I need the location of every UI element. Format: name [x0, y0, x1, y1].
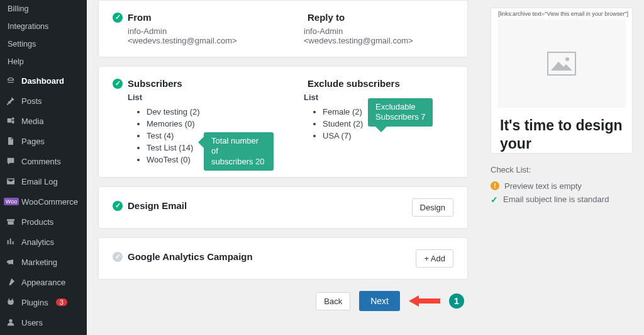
- check-icon: ✓: [113, 79, 123, 89]
- checklist-section: Check List: !Preview text is empty ✓Emai…: [491, 165, 633, 207]
- wizard-nav: Back Next 1: [98, 291, 468, 311]
- reply-heading: Reply to: [292, 12, 453, 23]
- pin-icon: [5, 95, 16, 106]
- main-content: ✓From info-Admin <wedevs.testing@gmail.c…: [87, 0, 479, 335]
- sidebar-sub-settings[interactable]: Settings: [0, 35, 87, 53]
- check-icon: ✓: [113, 13, 123, 23]
- checklist-item-warn: !Preview text is empty: [491, 179, 633, 193]
- chart-icon: [5, 236, 16, 247]
- sidebar-item-email-log[interactable]: Email Log: [0, 171, 87, 191]
- preview-headline: It's time to design your: [491, 116, 632, 153]
- from-heading: ✓From: [113, 12, 274, 23]
- next-button[interactable]: Next: [359, 291, 400, 311]
- svg-marker-4: [551, 62, 572, 71]
- design-button[interactable]: Design: [412, 198, 453, 217]
- plug-icon: [5, 297, 16, 308]
- box-icon: [5, 216, 16, 227]
- sidebar-item-pages[interactable]: Pages: [0, 131, 87, 151]
- checklist-item-ok: ✓Email subject line is standard: [491, 193, 633, 207]
- plugin-count-badge: 3: [56, 298, 67, 306]
- sidebar-item-analytics[interactable]: Analytics: [0, 232, 87, 252]
- from-value: info-Admin <wedevs.testing@gmail.com>: [113, 26, 274, 45]
- ga-campaign-card: ✓Google Analytics Campaign + Add: [98, 237, 468, 280]
- admin-sidebar: Billing Integrations Settings Help Dashb…: [0, 0, 87, 335]
- ga-heading: ✓Google Analytics Campaign: [113, 251, 253, 262]
- sidebar-item-users[interactable]: Users: [0, 312, 87, 332]
- preview-top-note: [links:archive text="View this email in …: [491, 8, 632, 20]
- annotation-total-subs: Total number of subscribers 20: [204, 132, 274, 171]
- sidebar-item-woocommerce[interactable]: WooWooCommerce: [0, 191, 87, 212]
- sidebar-item-media[interactable]: Media: [0, 111, 87, 131]
- svg-marker-1: [409, 295, 440, 307]
- woo-icon: Woo: [5, 196, 16, 207]
- exclude-heading: Exclude subscribers: [292, 78, 453, 89]
- sidebar-item-plugins[interactable]: Plugins3: [0, 292, 87, 312]
- design-email-card: ✓Design Email Design: [98, 186, 468, 229]
- sidebar-item-tools[interactable]: Tools: [0, 332, 87, 335]
- reply-value: info-Admin <wedevs.testing@gmail.com>: [292, 26, 453, 45]
- add-ga-button[interactable]: + Add: [416, 249, 453, 268]
- page-icon: [5, 135, 16, 147]
- sidebar-item-products[interactable]: Products: [0, 212, 87, 232]
- annotation-excludable: Excludable Subscribers 7: [368, 98, 433, 127]
- sidebar-item-marketing[interactable]: Marketing: [0, 252, 87, 272]
- from-reply-card: ✓From info-Admin <wedevs.testing@gmail.c…: [98, 0, 468, 57]
- list-item: USA (7): [323, 130, 453, 142]
- sidebar-subnav: Billing Integrations Settings Help: [0, 0, 87, 71]
- checklist-title: Check List:: [491, 165, 633, 174]
- back-button[interactable]: Back: [316, 292, 350, 310]
- svg-rect-2: [548, 52, 575, 75]
- list-item: Dev testing (2): [147, 106, 274, 118]
- user-icon: [5, 317, 16, 328]
- sidebar-sub-billing[interactable]: Billing: [0, 0, 87, 18]
- placeholder-image: [497, 20, 626, 108]
- arrow-icon: [409, 294, 440, 308]
- sidebar-sub-integrations[interactable]: Integrations: [0, 18, 87, 35]
- check-off-icon: ✓: [113, 252, 123, 262]
- sidebar-item-comments[interactable]: Comments: [0, 151, 87, 171]
- check-icon: ✓: [113, 201, 123, 211]
- gauge-icon: [5, 75, 16, 86]
- svg-point-3: [565, 57, 569, 61]
- mail-icon: [5, 176, 16, 187]
- subscribers-heading: ✓Subscribers: [113, 78, 274, 89]
- step-badge: 1: [449, 293, 464, 309]
- right-panel: [links:archive text="View this email in …: [479, 0, 644, 335]
- email-preview: [links:archive text="View this email in …: [491, 8, 633, 154]
- comment-icon: [5, 156, 16, 167]
- megaphone-icon: [5, 256, 16, 268]
- brush-icon: [5, 276, 16, 288]
- list-item: Memories (0): [147, 118, 274, 130]
- svg-point-0: [9, 319, 12, 322]
- sidebar-item-dashboard[interactable]: Dashboard: [0, 71, 87, 91]
- sidebar-sub-help[interactable]: Help: [0, 53, 87, 71]
- subscribers-list-label: List: [113, 93, 274, 102]
- media-icon: [5, 115, 16, 127]
- warning-icon: !: [491, 181, 499, 190]
- sidebar-item-appearance[interactable]: Appearance: [0, 272, 87, 292]
- sidebar-item-posts[interactable]: Posts: [0, 91, 87, 111]
- subscribers-card: ✓Subscribers List Dev testing (2) Memori…: [98, 66, 468, 178]
- sidebar-nav: Dashboard Posts Media Pages Comments Ema…: [0, 71, 87, 335]
- design-email-heading: ✓Design Email: [113, 200, 187, 211]
- check-icon: ✓: [491, 195, 498, 205]
